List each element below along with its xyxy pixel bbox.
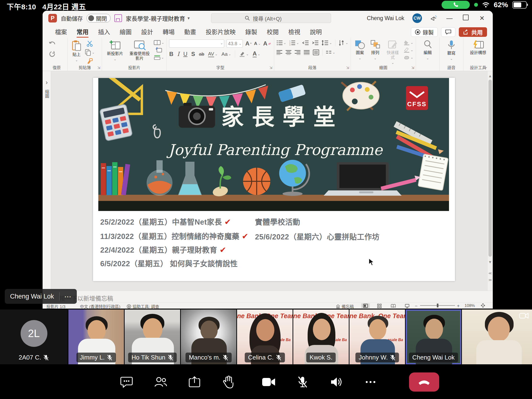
edit-button[interactable]: 編輯 ⌄	[422, 39, 433, 61]
shape-outline-button[interactable]: ⌄	[404, 47, 413, 53]
increase-indent-button[interactable]	[312, 40, 319, 45]
grow-font-button[interactable]: A^	[245, 40, 251, 47]
collapse-ribbon-button[interactable]: ⌄	[484, 64, 488, 69]
language-indicator[interactable]: 中文 (香港特別行政區)	[80, 303, 120, 309]
drawing-dialog-launcher[interactable]: ⇲	[411, 66, 414, 70]
paste-dropdown[interactable]: ⌄	[75, 58, 78, 62]
video-tile-johnny[interactable]: ne Bank, One Team esale Ba Johnny W.	[349, 310, 405, 364]
fit-slide-button[interactable]	[481, 303, 485, 308]
font-size-combobox[interactable]: 43.8⌄	[227, 39, 243, 48]
tab-insert[interactable]: 插入	[94, 26, 114, 37]
shape-fill-button[interactable]: ⌄	[404, 40, 413, 45]
next-slide-button[interactable]: ≫	[488, 278, 493, 282]
change-case-button[interactable]: Aa⌄	[222, 51, 231, 57]
active-call-pill[interactable]	[442, 1, 470, 9]
shape-effects-button[interactable]: ⌄	[404, 55, 413, 60]
megaphone-icon[interactable]	[430, 15, 437, 22]
tab-draw[interactable]: 繪圖	[116, 26, 135, 37]
close-button[interactable]: ✕	[478, 15, 486, 22]
scroll-up-icon[interactable]: ▲	[488, 74, 493, 78]
shadow-button[interactable]: S	[191, 51, 195, 57]
notes-pane[interactable]: 按一下以新增備忘稿	[43, 291, 493, 303]
tab-file[interactable]: 檔案	[51, 26, 71, 37]
vertical-scrollbar[interactable]: ▲ ▼ ≪ ≫	[487, 71, 493, 291]
columns-button[interactable]	[313, 50, 319, 55]
video-tile-celina[interactable]: ne Bank, One Team esale Ba Celina C.	[237, 310, 292, 364]
reading-view-button[interactable]	[389, 303, 398, 308]
raise-hand-button[interactable]	[222, 375, 235, 389]
zoom-in-button[interactable]: +	[457, 303, 460, 309]
save-icon[interactable]	[114, 14, 122, 22]
font-name-combobox[interactable]: ⌄	[169, 39, 224, 48]
mute-button[interactable]	[296, 375, 310, 389]
switch-camera-icon[interactable]	[519, 312, 529, 320]
video-tile-ho[interactable]: Ho Tik Shun	[125, 310, 180, 364]
scroll-thumb[interactable]	[488, 80, 492, 257]
minimize-button[interactable]: —	[445, 15, 454, 22]
reuse-slides-button[interactable]: 重複使用投影片	[128, 39, 152, 61]
camera-button[interactable]	[262, 375, 276, 389]
font-color-button[interactable]: A⌄	[253, 51, 260, 58]
notes-toggle[interactable]: 備忘稿	[336, 303, 354, 309]
zoom-out-button[interactable]: −	[415, 303, 418, 309]
shrink-font-button[interactable]: A⌄	[254, 41, 261, 46]
previous-slide-button[interactable]: ≪	[488, 272, 493, 275]
highlight-color-button[interactable]: ⌄	[239, 51, 249, 57]
tab-help[interactable]: 說明	[306, 26, 326, 37]
more-options-button[interactable]	[364, 375, 377, 389]
share-screen-button[interactable]	[188, 375, 201, 389]
decrease-indent-button[interactable]	[302, 40, 309, 45]
shapes-button[interactable]: 圖案 ⌄	[353, 39, 367, 61]
hang-up-button[interactable]	[409, 373, 439, 392]
align-right-button[interactable]	[295, 50, 300, 55]
video-tile-guest[interactable]	[462, 310, 532, 364]
strikethrough-button[interactable]: ab	[199, 51, 204, 57]
text-direction-button[interactable]: A⌄	[338, 40, 348, 46]
italic-button[interactable]: I	[177, 51, 179, 57]
quick-styles-button[interactable]: 快速樣式 ⌄	[384, 39, 402, 65]
numbering-button[interactable]: 123⌄	[289, 40, 299, 45]
new-slide-button[interactable]: 新投影片 ⌄	[104, 39, 126, 62]
reset-icon[interactable]	[155, 47, 162, 53]
share-button[interactable]: 共用	[459, 27, 487, 37]
justify-button[interactable]	[304, 50, 310, 55]
align-left-button[interactable]	[277, 50, 282, 55]
bold-button[interactable]: B	[169, 51, 173, 57]
underline-button[interactable]: U	[183, 51, 187, 57]
tab-home[interactable]: 常用	[73, 26, 92, 37]
clear-formatting-button[interactable]: A	[263, 40, 271, 47]
comments-button[interactable]	[441, 27, 456, 37]
layout-icon[interactable]	[154, 40, 161, 45]
align-text-button[interactable]: ⌄	[326, 51, 335, 54]
align-center-button[interactable]	[286, 50, 291, 55]
expand-pane-icon[interactable]: ›	[43, 79, 51, 86]
slideshow-button[interactable]	[403, 303, 412, 308]
arrange-button[interactable]: 排列 ⌄	[369, 39, 382, 61]
clipboard-dialog-launcher[interactable]: ⇲	[97, 66, 101, 70]
video-tile-2a07[interactable]: 2L 2A07 C.	[0, 310, 68, 364]
tab-slideshow[interactable]: 投影片放映	[202, 26, 240, 37]
redo-icon[interactable]	[49, 51, 56, 58]
slide[interactable]: CFSS 家長學堂 Joyful Parenting Programme	[93, 78, 455, 281]
font-dialog-launcher[interactable]: ⇲	[269, 66, 272, 70]
tab-design[interactable]: 設計	[137, 26, 157, 37]
video-tile-kwok[interactable]: ne Bank, One Team esale Ba Kwok S.	[293, 310, 349, 364]
document-title[interactable]: 家長學堂-親子理財教育 ▾	[126, 14, 190, 22]
character-spacing-button[interactable]: AV⌄	[208, 51, 218, 57]
normal-view-button[interactable]	[361, 303, 370, 308]
video-tile-jimmy[interactable]: Jimmy L.	[68, 310, 124, 364]
accessibility-status[interactable]: 協助工具: 調查	[127, 303, 159, 309]
presenter-name-overlay[interactable]: Cheng Wai Lok ⋯	[5, 289, 77, 304]
search-input[interactable]: 搜尋 (Alt+Q)	[211, 13, 331, 23]
account-name[interactable]: Cheng Wai Lok	[367, 15, 404, 22]
line-spacing-button[interactable]: ⌄	[322, 40, 332, 45]
design-ideas-button[interactable]: 設計構想	[469, 39, 488, 56]
record-button[interactable]: 錄製	[411, 27, 438, 37]
tab-transition[interactable]: 轉場	[159, 26, 178, 37]
zoom-slider-thumb[interactable]	[437, 304, 438, 307]
zoom-level[interactable]: 108%	[465, 303, 475, 308]
video-tile-cheng[interactable]: Cheng Wai Lok	[406, 310, 461, 364]
paste-button[interactable]: 貼上 ⌄	[70, 39, 83, 63]
cut-icon[interactable]	[86, 40, 93, 47]
tab-review[interactable]: 校閱	[263, 26, 283, 37]
